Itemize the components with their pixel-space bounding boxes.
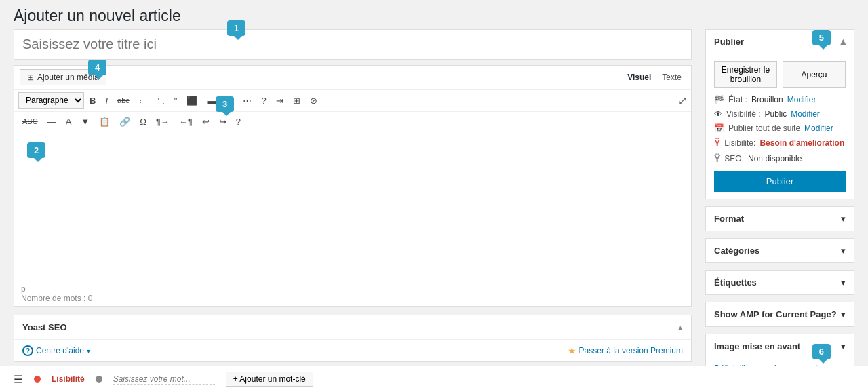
hamburger-icon: ☰ (14, 373, 23, 386)
amp-chevron-icon: ▾ (841, 309, 846, 319)
special-char-button[interactable]: Ω (136, 115, 151, 129)
etiquettes-chevron-icon: ▾ (841, 277, 846, 288)
text-color-button[interactable]: A (62, 115, 76, 129)
yoast-seo-icon: Ÿ (714, 153, 720, 164)
yoast-premium-link[interactable]: ★ Passer à la version Premium (568, 345, 683, 356)
editor-content[interactable] (14, 132, 691, 281)
readability-item: Ÿ Lisibilité: Besoin d'amélioration (714, 138, 846, 149)
publish-date-modify-link[interactable]: Modifier (804, 123, 833, 133)
ltr-button[interactable]: ←¶ (175, 115, 197, 129)
format-title: Format (714, 214, 744, 224)
sidebar: Publier ▴ Enregistrer le brouillon Aperç… (705, 29, 854, 386)
featured-image-header[interactable]: Image mise en avant ▾ (706, 334, 854, 358)
link2-button[interactable]: 🔗 (115, 115, 134, 129)
yoast-header[interactable]: Yoast SEO ▴ (14, 315, 691, 340)
publish-date-item: 📅 Publier tout de suite Modifier (714, 123, 846, 133)
publish-collapse-icon[interactable]: ▴ (840, 35, 846, 48)
tab-visual[interactable]: Visuel (623, 71, 655, 83)
etiquettes-box: Étiquettes ▾ (705, 270, 854, 295)
format-chevron-icon: ▾ (841, 214, 846, 224)
help-button[interactable]: ? (257, 94, 270, 108)
more-options-button[interactable]: ⋯ (239, 94, 256, 108)
visibility-modify-link[interactable]: Modifier (791, 109, 820, 119)
toolbar-row-2: ABC — A ▼ 📋 🔗 Ω ¶→ ←¶ ↩ ↪ ? (14, 112, 691, 132)
callout-2: 2 (27, 142, 45, 158)
categories-title: Catégories (714, 246, 760, 256)
featured-image-chevron-icon: ▾ (841, 341, 846, 351)
categories-header[interactable]: Catégories ▾ (706, 239, 854, 262)
strikethrough-button[interactable]: abc (113, 94, 134, 107)
publish-box-body: Enregistrer le brouillon Aperçu 🏁 État :… (706, 54, 854, 199)
indent-button[interactable]: ⇥ (272, 94, 288, 108)
visibility-item: 👁 Visibilité : Public Modifier (714, 109, 846, 119)
rtl-button[interactable]: ¶→ (152, 115, 174, 129)
amp-header[interactable]: Show AMP for Current Page? ▾ (706, 302, 854, 326)
callout-1: 1 (227, 20, 245, 36)
seo-dot (96, 376, 102, 383)
format-box: Format ▾ (705, 206, 854, 231)
readability-dot (34, 376, 41, 383)
save-draft-button[interactable]: Enregistrer le brouillon (714, 61, 777, 88)
color-picker-button[interactable]: ▼ (77, 115, 94, 129)
star-icon: ★ (568, 345, 576, 356)
bold-button[interactable]: B (85, 94, 100, 108)
italic-button[interactable]: I (101, 94, 112, 108)
callout-6: 6 (812, 344, 831, 359)
table-button[interactable]: ⊞ (289, 94, 304, 108)
format-header[interactable]: Format ▾ (706, 207, 854, 231)
publish-button[interactable]: Publier (714, 171, 846, 192)
etiquettes-header[interactable]: Étiquettes ▾ (706, 271, 854, 294)
yoast-title: Yoast SEO (22, 322, 67, 332)
title-input[interactable] (14, 29, 692, 60)
bottom-bar: ☰ Lisibilité + Ajouter un mot-clé (0, 366, 868, 392)
preview-button[interactable]: Aperçu (783, 61, 846, 88)
yoast-readability-icon: Ÿ (714, 138, 720, 149)
callout-4: 4 (88, 60, 106, 75)
help-circle-icon: ? (22, 345, 33, 356)
expand-button[interactable]: ⤢ (678, 94, 687, 107)
tab-text[interactable]: Texte (658, 71, 686, 83)
add-keyword-button[interactable]: + Ajouter un mot-clé (226, 372, 313, 387)
keyword-input[interactable] (113, 374, 215, 385)
page-title: Ajouter un nouvel article (0, 0, 868, 29)
help-dropdown-icon[interactable]: ▾ (87, 347, 90, 355)
bullet-list-button[interactable]: ≔ (135, 94, 152, 108)
publish-title: Publier (714, 37, 744, 47)
callout-5: 5 (812, 30, 831, 45)
clear-format-button[interactable]: ⊘ (306, 94, 321, 108)
hr-button[interactable]: — (43, 115, 60, 129)
flag-icon: 🏁 (714, 95, 724, 104)
toolbar-row-1: Paragraphe B I abc ≔ ≒ " ⬛ ▬ ▭ ⋯ ? ⇥ ⊞ ⊘ (14, 90, 691, 112)
readability-bottom-label: Lisibilité (52, 374, 85, 384)
paragraph-format-select[interactable]: Paragraphe (18, 92, 84, 109)
strikethrough2-button[interactable]: ABC (18, 115, 42, 128)
publish-box: Publier ▴ Enregistrer le brouillon Aperç… (705, 29, 854, 199)
callout-3: 3 (216, 96, 234, 112)
publish-box-header: Publier ▴ (706, 30, 854, 54)
eye-icon: 👁 (714, 109, 722, 119)
seo-item: Ÿ SEO: Non disponible (714, 153, 846, 164)
yoast-seo-panel: Yoast SEO ▴ ? Centre d'aide ▾ ★ Passer à… (14, 315, 692, 362)
etiquettes-title: Étiquettes (714, 277, 757, 288)
yoast-collapse-icon: ▴ (678, 322, 683, 332)
numbered-list-button[interactable]: ≒ (153, 94, 169, 108)
paragraph-indicator: p (21, 284, 684, 294)
editor-footer: p Nombre de mots : 0 (14, 281, 691, 306)
editor-toolbar-area: ⊞ Ajouter un média Visuel Texte Paragrap… (14, 65, 692, 307)
calendar-icon: 📅 (714, 123, 724, 133)
help2-button[interactable]: ? (232, 115, 245, 129)
yoast-help[interactable]: ? Centre d'aide ▾ (22, 345, 90, 356)
word-count: Nombre de mots : 0 (21, 294, 684, 303)
state-modify-link[interactable]: Modifier (787, 95, 816, 104)
amp-box: Show AMP for Current Page? ▾ (705, 302, 854, 327)
undo-button[interactable]: ↩ (198, 115, 214, 129)
featured-image-title: Image mise en avant (714, 341, 800, 351)
categories-box: Catégories ▾ (705, 238, 854, 263)
yoast-body: ? Centre d'aide ▾ ★ Passer à la version … (14, 340, 691, 361)
align-left-button[interactable]: ⬛ (182, 94, 201, 108)
media-icon: ⊞ (27, 73, 34, 82)
blockquote-button[interactable]: " (170, 94, 182, 108)
state-item: 🏁 État : Brouillon Modifier (714, 95, 846, 104)
paste-as-text-button[interactable]: 📋 (95, 115, 114, 129)
publish-actions: Enregistrer le brouillon Aperçu (714, 61, 846, 88)
